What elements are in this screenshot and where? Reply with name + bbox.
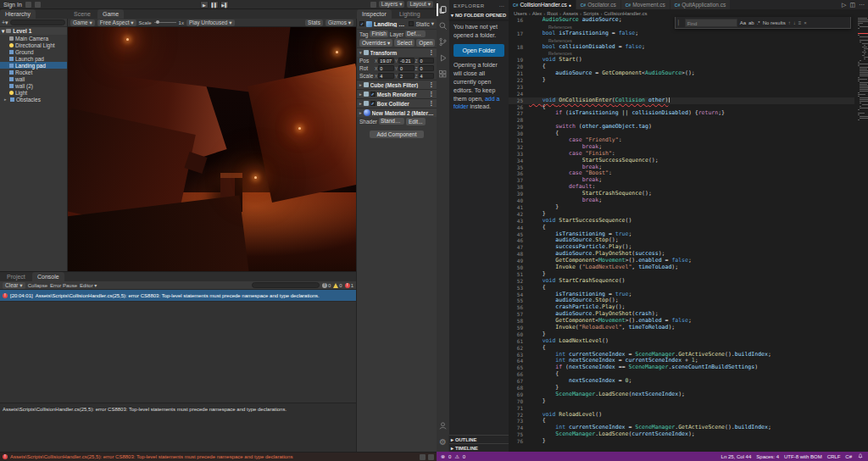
tab-inspector[interactable]: Inspector xyxy=(357,9,392,19)
line-number[interactable]: 18 xyxy=(509,44,529,51)
enabled-checkbox[interactable]: ✓ xyxy=(370,92,376,97)
hierarchy-item-ground[interactable]: Ground xyxy=(0,48,67,55)
code-line-59[interactable]: 59 Invoke("ReloadLevel", timeToReload); xyxy=(509,325,868,331)
status-icon[interactable] xyxy=(420,454,426,460)
code-line-65[interactable]: 65 if (nextSceneIndex == SceneManager.sc… xyxy=(509,364,868,371)
editor-tab-collisionhandler-cs[interactable]: C#CollisionHandler.cs● xyxy=(509,0,576,9)
find-next-icon[interactable]: ↓ xyxy=(793,20,796,25)
line-number[interactable]: 17 xyxy=(509,31,529,37)
code-line-40[interactable]: 40 break; xyxy=(509,197,868,204)
play-mode-dropdown[interactable]: Play Unfocused ▾ xyxy=(186,19,235,26)
code-line-27[interactable]: 27 if (isTransitioning || collisionDisab… xyxy=(509,110,868,117)
component-mesh-renderer[interactable]: ▸✓Mesh Renderer⋮ xyxy=(357,89,437,98)
line-number[interactable]: 43 xyxy=(509,218,529,225)
status-icon[interactable] xyxy=(428,454,434,460)
code-editor[interactable]: 16 AudioSource audioSource;References17 … xyxy=(509,17,868,452)
explorer-icon[interactable] xyxy=(437,2,449,18)
editor-tab-movement-cs[interactable]: C#Movement.cs xyxy=(621,0,670,9)
line-number[interactable]: 29 xyxy=(509,124,529,131)
line-number[interactable]: 45 xyxy=(509,231,529,238)
foldout-icon[interactable]: ▸ xyxy=(359,92,362,97)
line-number[interactable]: 64 xyxy=(509,358,529,364)
line-number[interactable]: 63 xyxy=(509,352,529,358)
line-number[interactable]: 73 xyxy=(509,418,529,425)
code-line-43[interactable]: 43 void StartSuccessSequence() xyxy=(509,218,868,225)
collapse-icon[interactable]: ▾ xyxy=(2,28,4,35)
tab-lighting[interactable]: Lighting xyxy=(394,9,426,19)
status-item[interactable]: Ln 25, Col 44 xyxy=(721,454,752,459)
layers-dropdown[interactable]: Layers ▾ xyxy=(379,1,405,8)
status-item[interactable]: CRLF xyxy=(827,454,841,459)
editor-tab-oscilator-cs[interactable]: C#Oscilator.cs xyxy=(576,0,621,9)
line-number[interactable]: 72 xyxy=(509,412,529,419)
aspect-dropdown[interactable]: Free Aspect ▾ xyxy=(97,19,136,26)
line-number[interactable]: 54 xyxy=(509,292,529,298)
info-count[interactable]: !0 xyxy=(322,283,331,288)
line-number[interactable]: 20 xyxy=(509,64,529,70)
code-text[interactable]: Invoke ("LoadNextLevel", timeToLoad); xyxy=(529,264,678,271)
code-text[interactable]: AudioSource audioSource; xyxy=(529,17,622,24)
tab-console[interactable]: Console xyxy=(32,272,64,281)
rot-y-field[interactable]: 0 xyxy=(398,65,414,71)
tag-dropdown[interactable]: Finish xyxy=(370,31,387,37)
line-number[interactable]: 66 xyxy=(509,371,529,378)
open-folder-button[interactable]: Open Folder xyxy=(453,44,504,58)
line-number[interactable]: 36 xyxy=(509,170,529,177)
code-line-69[interactable]: 69 SceneManager.LoadScene(nextSceneIndex… xyxy=(509,392,868,398)
find-input[interactable]: Find xyxy=(685,19,737,27)
more-actions-icon[interactable]: ⋯ xyxy=(499,3,505,8)
scene-header[interactable]: ▾ Level 1 xyxy=(0,27,67,35)
line-number[interactable]: 74 xyxy=(509,425,529,431)
tab-scene[interactable]: Scene xyxy=(69,9,96,19)
scale-x-field[interactable]: 4 xyxy=(378,73,393,79)
timeline-section-header[interactable]: ▸ TIMELINE xyxy=(449,443,509,452)
settings-gear-icon[interactable]: ⚙ xyxy=(437,434,449,450)
status-item[interactable]: Spaces: 4 xyxy=(756,454,779,459)
breadcrumb-segment[interactable]: Root xyxy=(547,11,558,16)
error-count[interactable]: !1 xyxy=(345,283,353,288)
tab-hierarchy[interactable]: Hierarchy xyxy=(0,9,36,19)
editor-tab-quitapplication-cs[interactable]: C#QuitApplication.cs xyxy=(670,0,731,9)
hierarchy-item-rocket[interactable]: Rocket xyxy=(0,69,67,75)
foldout-icon[interactable]: ▾ xyxy=(359,50,362,55)
gizmos-dropdown[interactable]: Gizmos ▾ xyxy=(326,19,353,26)
line-number[interactable]: 21 xyxy=(509,70,529,77)
search-icon[interactable] xyxy=(370,2,376,8)
hierarchy-item-obstacles[interactable]: ▸Obstacles xyxy=(0,96,67,103)
line-number[interactable]: 28 xyxy=(509,117,529,124)
component-menu-icon[interactable]: ⋮ xyxy=(429,100,435,107)
layer-dropdown[interactable]: Default xyxy=(405,31,426,37)
game-render-viewport[interactable] xyxy=(68,27,356,271)
code-line-72[interactable]: 72 void ReloadLevel() xyxy=(509,412,868,419)
code-line-18[interactable]: 18 bool collisionDisabled = false; xyxy=(509,44,868,51)
active-checkbox[interactable]: ✓ xyxy=(359,21,364,26)
code-text[interactable]: } xyxy=(529,438,546,445)
no-folder-section-header[interactable]: ▾ NO FOLDER OPENED xyxy=(449,11,509,19)
line-number[interactable]: 52 xyxy=(509,278,529,285)
line-number[interactable]: 58 xyxy=(509,318,529,325)
find-in-selection-icon[interactable]: ≡ xyxy=(798,20,802,25)
console-log-entry[interactable]: ! [20:04:01] Assets\Scripts\CollisionHan… xyxy=(0,290,356,302)
hierarchy-search-input[interactable] xyxy=(10,19,65,25)
code-line-22[interactable]: 22 } xyxy=(509,77,868,84)
line-number[interactable]: 16 xyxy=(509,17,529,24)
code-text[interactable]: audioSource = GetComponent<AudioSource>(… xyxy=(529,70,695,77)
code-line-52[interactable]: 52 void StartCrashSequence() xyxy=(509,278,868,285)
cloud-icon[interactable] xyxy=(35,2,41,8)
code-line-61[interactable]: 61 void LoadNextLevel() xyxy=(509,338,868,345)
transform-component-header[interactable]: ▾ Transform ⋮ xyxy=(357,47,437,57)
stats-button[interactable]: Stats xyxy=(305,19,323,26)
prefab-select-button[interactable]: Select xyxy=(394,39,415,47)
line-number[interactable]: 50 xyxy=(509,264,529,271)
component-menu-icon[interactable]: ⋮ xyxy=(429,91,435,97)
shader-dropdown[interactable]: Standard xyxy=(379,118,404,125)
line-number[interactable]: 60 xyxy=(509,331,529,338)
pos-y-field[interactable]: -0.21 xyxy=(398,58,414,64)
component-cube-mesh-filter-[interactable]: ▸Cube (Mesh Filter)⋮ xyxy=(357,80,437,89)
line-number[interactable]: 55 xyxy=(509,297,529,304)
code-text[interactable]: } xyxy=(529,77,546,84)
console-search-input[interactable] xyxy=(252,282,320,288)
editor-dropdown[interactable]: Editor ▾ xyxy=(80,282,97,288)
foldout-icon[interactable]: ▸ xyxy=(359,110,362,115)
line-number[interactable]: 27 xyxy=(509,110,529,117)
